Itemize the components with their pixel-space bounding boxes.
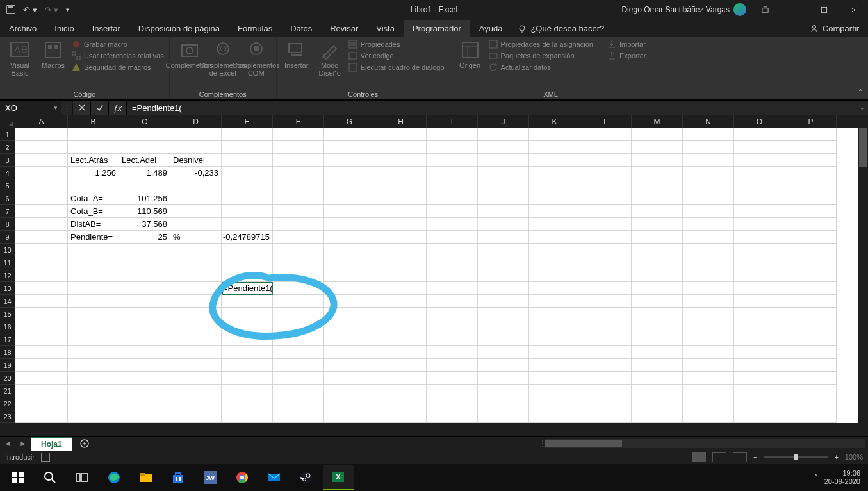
column-header[interactable]: M <box>632 115 683 128</box>
cell-N20[interactable] <box>683 372 734 385</box>
tab-f-rmulas[interactable]: Fórmulas <box>229 20 281 37</box>
cell-P18[interactable] <box>785 346 837 359</box>
cell-E23[interactable] <box>222 410 273 423</box>
cell-L21[interactable] <box>580 385 632 397</box>
cell-P6[interactable] <box>785 192 837 205</box>
column-header[interactable]: B <box>68 115 119 128</box>
cell-J1[interactable] <box>478 128 529 141</box>
cell-G18[interactable] <box>324 346 375 359</box>
cell-P16[interactable] <box>785 320 837 333</box>
cell-C10[interactable] <box>119 244 170 256</box>
cell-O9[interactable] <box>734 231 785 244</box>
cell-H10[interactable] <box>375 244 427 256</box>
cell-M23[interactable] <box>632 410 683 423</box>
cell-J13[interactable] <box>478 282 529 295</box>
cell-G17[interactable] <box>324 333 375 346</box>
zoom-slider[interactable] <box>764 456 828 458</box>
cell-M11[interactable] <box>632 256 683 269</box>
tab-archivo[interactable]: Archivo <box>0 20 45 37</box>
cell-H17[interactable] <box>375 333 427 346</box>
view-code-button[interactable]: Ver código <box>348 51 445 60</box>
cell-A2[interactable] <box>15 141 68 154</box>
cell-N23[interactable] <box>683 410 734 423</box>
cell-M15[interactable] <box>632 308 683 320</box>
row-header[interactable]: 19 <box>0 359 15 372</box>
cell-P22[interactable] <box>785 397 837 410</box>
cell-C2[interactable] <box>119 141 170 154</box>
cell-L3[interactable] <box>580 154 632 167</box>
cell-K3[interactable] <box>529 154 580 167</box>
cell-I6[interactable] <box>427 192 478 205</box>
cell-P12[interactable] <box>785 269 837 282</box>
cell-A5[interactable] <box>15 179 68 192</box>
cell-H21[interactable] <box>375 385 427 397</box>
cell-B20[interactable] <box>68 372 119 385</box>
cell-E19[interactable] <box>222 359 273 372</box>
cell-D18[interactable] <box>170 346 222 359</box>
cell-D20[interactable] <box>170 372 222 385</box>
cell-I16[interactable] <box>427 320 478 333</box>
cell-H23[interactable] <box>375 410 427 423</box>
cell-F14[interactable] <box>273 295 324 308</box>
cell-E6[interactable] <box>222 192 273 205</box>
cell-D1[interactable] <box>170 128 222 141</box>
cell-I13[interactable] <box>427 282 478 295</box>
cell-P7[interactable] <box>785 205 837 218</box>
xml-refresh-button[interactable]: Actualizar datos <box>489 63 593 72</box>
cell-P17[interactable] <box>785 333 837 346</box>
cell-C23[interactable] <box>119 410 170 423</box>
sheet-nav-next-icon[interactable]: ► <box>15 439 31 448</box>
row-header[interactable]: 2 <box>0 141 15 154</box>
design-mode-button[interactable]: Modo Diseño <box>315 40 345 77</box>
cell-D16[interactable] <box>170 320 222 333</box>
cell-K1[interactable] <box>529 128 580 141</box>
cell-F21[interactable] <box>273 385 324 397</box>
cell-E1[interactable] <box>222 128 273 141</box>
cell-A8[interactable] <box>15 218 68 231</box>
cell-L11[interactable] <box>580 256 632 269</box>
cell-N15[interactable] <box>683 308 734 320</box>
cell-O19[interactable] <box>734 359 785 372</box>
cell-M3[interactable] <box>632 154 683 167</box>
cell-E4[interactable] <box>222 167 273 179</box>
cancel-formula-button[interactable] <box>73 101 91 115</box>
cell-H4[interactable] <box>375 167 427 179</box>
cell-C18[interactable] <box>119 346 170 359</box>
column-header[interactable]: K <box>529 115 580 128</box>
cell-E3[interactable] <box>222 154 273 167</box>
cell-K21[interactable] <box>529 385 580 397</box>
column-header[interactable]: L <box>580 115 632 128</box>
relative-references-button[interactable]: Usar referencias relativas <box>72 51 164 60</box>
cell-L9[interactable] <box>580 231 632 244</box>
cell-H12[interactable] <box>375 269 427 282</box>
cell-B1[interactable] <box>68 128 119 141</box>
cell-K23[interactable] <box>529 410 580 423</box>
cell-O13[interactable] <box>734 282 785 295</box>
mail-icon[interactable] <box>259 465 290 490</box>
cell-F16[interactable] <box>273 320 324 333</box>
cell-F4[interactable] <box>273 167 324 179</box>
cell-C20[interactable] <box>119 372 170 385</box>
cell-F12[interactable] <box>273 269 324 282</box>
cell-C21[interactable] <box>119 385 170 397</box>
cell-K6[interactable] <box>529 192 580 205</box>
run-dialog-button[interactable]: Ejecutar cuadro de diálogo <box>348 63 445 72</box>
cell-J12[interactable] <box>478 269 529 282</box>
sheet-nav-prev-icon[interactable]: ◄ <box>0 439 15 448</box>
cell-M8[interactable] <box>632 218 683 231</box>
cell-B23[interactable] <box>68 410 119 423</box>
cell-C8[interactable]: 37,568 <box>119 218 170 231</box>
horizontal-scrollbar[interactable] <box>545 439 865 448</box>
column-header[interactable]: I <box>427 115 478 128</box>
cell-C11[interactable] <box>119 256 170 269</box>
cell-H14[interactable] <box>375 295 427 308</box>
cell-D4[interactable]: -0,233 <box>170 167 222 179</box>
cell-L8[interactable] <box>580 218 632 231</box>
cell-E20[interactable] <box>222 372 273 385</box>
cell-M17[interactable] <box>632 333 683 346</box>
row-header[interactable]: 21 <box>0 385 15 397</box>
start-button[interactable] <box>3 465 33 490</box>
column-header[interactable]: H <box>375 115 427 128</box>
cell-J8[interactable] <box>478 218 529 231</box>
cell-L10[interactable] <box>580 244 632 256</box>
